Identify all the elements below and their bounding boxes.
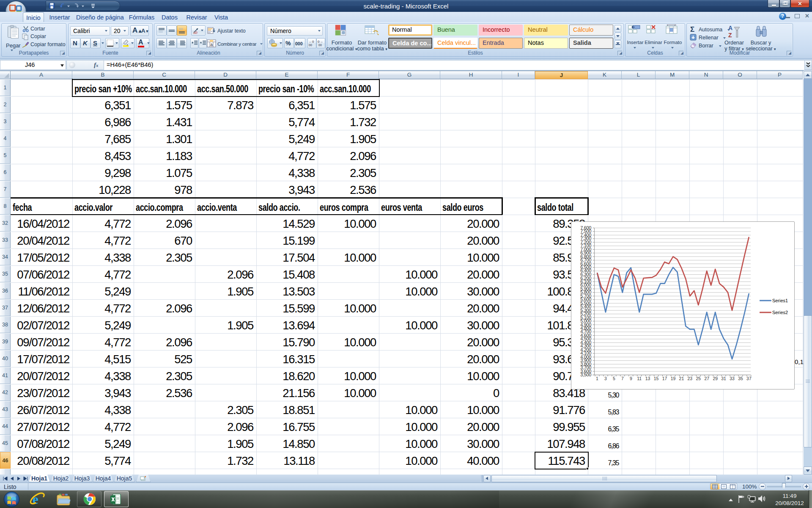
svg-text:0→: 0→: [318, 40, 323, 44]
svg-text:a: a: [210, 42, 213, 47]
svg-text:1: 1: [596, 376, 598, 381]
svg-text:3: 3: [604, 376, 607, 381]
svg-text:Series1: Series1: [772, 298, 788, 303]
svg-text:23: 23: [688, 376, 693, 381]
svg-text:13: 13: [645, 376, 650, 381]
svg-text:7,600: 7,600: [580, 225, 591, 230]
svg-text:35: 35: [738, 376, 743, 381]
svg-text:00: 00: [309, 44, 312, 47]
svg-text:Series2: Series2: [772, 310, 788, 315]
svg-text:A: A: [728, 25, 732, 31]
svg-text:19: 19: [671, 376, 676, 381]
svg-text:00: 00: [318, 44, 322, 47]
svg-text:21: 21: [679, 376, 684, 381]
svg-text:ab: ab: [193, 30, 198, 34]
svg-text:33: 33: [730, 376, 735, 381]
svg-text:15: 15: [654, 376, 659, 381]
svg-text:11: 11: [637, 376, 642, 381]
svg-text:31: 31: [721, 376, 726, 381]
svg-text:25: 25: [696, 376, 701, 381]
svg-text:29: 29: [713, 376, 718, 381]
svg-text:9: 9: [630, 376, 632, 381]
svg-text:7: 7: [621, 376, 624, 381]
svg-text:17: 17: [662, 376, 667, 381]
svg-text:5: 5: [613, 376, 615, 381]
svg-text:37: 37: [746, 376, 752, 381]
svg-text:Z: Z: [728, 32, 732, 39]
svg-text:27: 27: [704, 376, 709, 381]
svg-text:←0: ←0: [309, 40, 314, 44]
